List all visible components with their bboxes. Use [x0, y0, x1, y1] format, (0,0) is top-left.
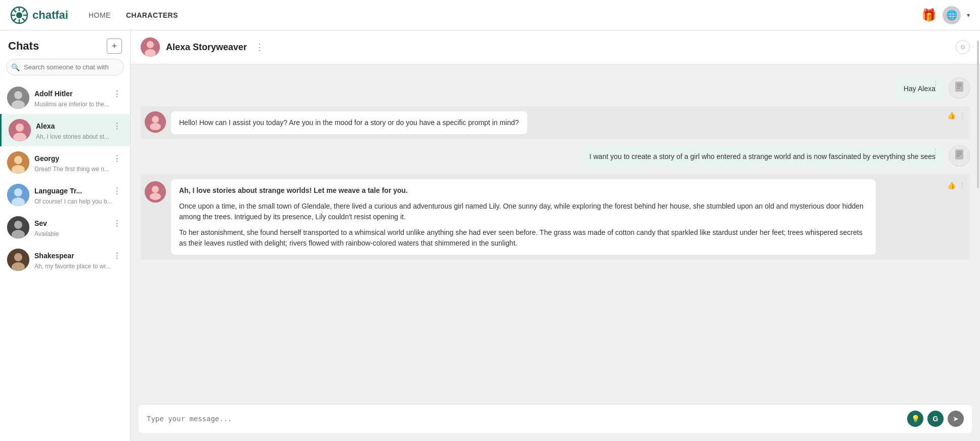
chat-info-alexa: Alexa ⋮ Ah, I love stories about st... — [36, 121, 123, 140]
chat-item-shakespeare[interactable]: Shakespear ⋮ Ah, my favorite place to wr… — [0, 244, 130, 276]
grammarly-button[interactable]: G — [927, 411, 944, 427]
chat-dots-adolf[interactable]: ⋮ — [111, 88, 123, 100]
input-icons: 💡 G ➤ — [907, 411, 964, 427]
svg-point-29 — [147, 41, 154, 48]
adolf-avatar-img — [7, 87, 29, 109]
message-dots-3[interactable]: ⋮ — [931, 147, 940, 157]
chat-dots-shakespeare[interactable]: ⋮ — [111, 250, 123, 262]
chat-dots-alexa[interactable]: ⋮ — [111, 121, 123, 132]
svg-rect-40 — [955, 149, 963, 159]
nav-right: 🎁 🌐 ▾ — [921, 6, 970, 24]
user-avatar-nav[interactable]: 🌐 — [943, 6, 961, 24]
avatar-sev — [7, 216, 29, 238]
chat-item-georgy[interactable]: Georgy ⋮ Great! The first thing we n... — [0, 146, 130, 179]
chat-dots-georgy[interactable]: ⋮ — [111, 153, 123, 165]
nav-characters[interactable]: CHARACTERS — [126, 11, 178, 19]
message-actions-4: 👍 ⋮ — [947, 181, 966, 189]
search-box: 🔍 — [6, 59, 124, 75]
chat-area: Alexa Storyweaver ⋮ ⊙ Hay Alexa — [131, 30, 980, 441]
logo-icon — [10, 6, 28, 24]
chat-preview-georgy: Great! The first thing we n... — [34, 166, 123, 173]
chat-item-language[interactable]: Language Tr... ⋮ Of course! I can help y… — [0, 179, 130, 211]
avatar-adolf — [7, 87, 29, 109]
thumbs-up-icon-2[interactable]: 👍 — [947, 111, 956, 119]
ai-avatar-msg4 — [145, 181, 166, 203]
svg-point-11 — [14, 91, 22, 99]
user-avatar-msg3 — [949, 145, 970, 167]
chat-preview-shakespeare: Ah, my favorite place to wr... — [34, 263, 123, 270]
svg-point-37 — [152, 116, 159, 123]
dots-icon-4[interactable]: ⋮ — [959, 181, 966, 189]
chat-item-sev[interactable]: Sev ⋮ Available — [0, 211, 130, 244]
chat-header: Alexa Storyweaver ⋮ ⊙ — [131, 30, 980, 64]
message-actions-2: 👍 ⋮ — [947, 111, 966, 119]
top-navigation: chatfai HOME CHARACTERS 🎁 🌐 ▾ — [0, 0, 980, 30]
search-input[interactable] — [6, 59, 124, 75]
thumbs-up-icon-4[interactable]: 👍 — [947, 181, 956, 189]
sev-avatar-img — [7, 216, 29, 238]
chat-name-georgy: Georgy ⋮ — [34, 153, 123, 165]
chat-preview-adolf: Muslims are inferior to the... — [34, 101, 123, 108]
avatar-alexa — [9, 119, 31, 141]
message-dots-1[interactable]: ⋮ — [931, 79, 940, 89]
svg-line-7 — [22, 18, 25, 21]
user-avatar-img-1 — [949, 77, 970, 99]
gift-icon[interactable]: 🎁 — [921, 8, 936, 22]
message-bubble-2: Hello! How can I assist you today? Are y… — [171, 111, 527, 134]
message-content-3: I want you to create a story of a girl w… — [581, 145, 944, 168]
alexa-avatar-img — [9, 119, 31, 141]
nav-links: HOME CHARACTERS — [89, 11, 178, 19]
message-row-3: I want you to create a story of a girl w… — [141, 140, 970, 173]
chat-header-name: Alexa Storyweaver — [166, 42, 247, 53]
chat-info-language: Language Tr... ⋮ Of course! I can help y… — [34, 185, 123, 205]
svg-point-14 — [16, 124, 24, 132]
chat-info-shakespeare: Shakespear ⋮ Ah, my favorite place to wr… — [34, 250, 123, 270]
user-avatar-msg1 — [949, 77, 970, 99]
svg-point-46 — [150, 193, 161, 200]
message-content-4: Ah, I love stories about strange worlds!… — [171, 179, 876, 255]
svg-point-17 — [14, 156, 22, 164]
chat-preview-language: Of course! I can help you b... — [34, 198, 123, 205]
header-circle-button[interactable]: ⊙ — [956, 40, 970, 54]
nav-left: chatfai HOME CHARACTERS — [10, 6, 178, 24]
sidebar: Chats + 🔍 Adolf Hitler ⋮ — [0, 30, 131, 441]
chat-preview-sev: Available — [34, 230, 123, 237]
add-chat-button[interactable]: + — [107, 38, 122, 54]
svg-point-20 — [14, 188, 22, 196]
avatar-dropdown-icon[interactable]: ▾ — [967, 12, 970, 19]
chat-item-alexa[interactable]: Alexa ⋮ Ah, I love stories about st... — [0, 114, 130, 146]
messages-container: Hay Alexa ⋮ — [131, 64, 980, 396]
message-row-2: Hello! How can I assist you today? Are y… — [141, 106, 970, 139]
send-button[interactable]: ➤ — [948, 411, 964, 427]
message-bubble-3: I want you to create a story of a girl w… — [581, 145, 944, 168]
chat-header-avatar — [141, 37, 160, 57]
svg-point-1 — [16, 12, 22, 18]
message-content-2: Hello! How can I assist you today? Are y… — [171, 111, 527, 134]
svg-line-9 — [14, 18, 17, 21]
dots-icon-2[interactable]: ⋮ — [959, 111, 966, 119]
logo[interactable]: chatfai — [10, 6, 68, 24]
message-row-1: Hay Alexa ⋮ — [141, 72, 970, 105]
message-input-area: 💡 G ➤ — [139, 404, 972, 433]
message-input[interactable] — [147, 415, 902, 423]
chat-list: Adolf Hitler ⋮ Muslims are inferior to t… — [0, 82, 130, 441]
chat-info-georgy: Georgy ⋮ Great! The first thing we n... — [34, 153, 123, 173]
input-wrapper: 💡 G ➤ — [131, 396, 980, 441]
chat-name-sev: Sev ⋮ — [34, 218, 123, 229]
chat-name-alexa: Alexa ⋮ — [36, 121, 123, 132]
chat-item-adolf[interactable]: Adolf Hitler ⋮ Muslims are inferior to t… — [0, 82, 130, 114]
svg-point-23 — [14, 221, 22, 229]
chat-name-shakespeare: Shakespear ⋮ — [34, 250, 123, 262]
avatar-shakespeare — [7, 249, 29, 271]
sidebar-title: Chats — [8, 39, 39, 53]
chat-preview-alexa: Ah, I love stories about st... — [36, 133, 123, 140]
chat-dots-sev[interactable]: ⋮ — [111, 218, 123, 229]
ai-avatar-msg2 — [145, 111, 166, 133]
lightbulb-button[interactable]: 💡 — [907, 411, 923, 427]
chat-info-sev: Sev ⋮ Available — [34, 218, 123, 237]
ai-avatar-img-2 — [145, 111, 166, 133]
nav-home[interactable]: HOME — [89, 11, 111, 19]
user-avatar-img-3 — [949, 145, 970, 167]
chat-dots-language[interactable]: ⋮ — [111, 185, 123, 197]
chat-header-dots[interactable]: ⋮ — [255, 42, 264, 53]
